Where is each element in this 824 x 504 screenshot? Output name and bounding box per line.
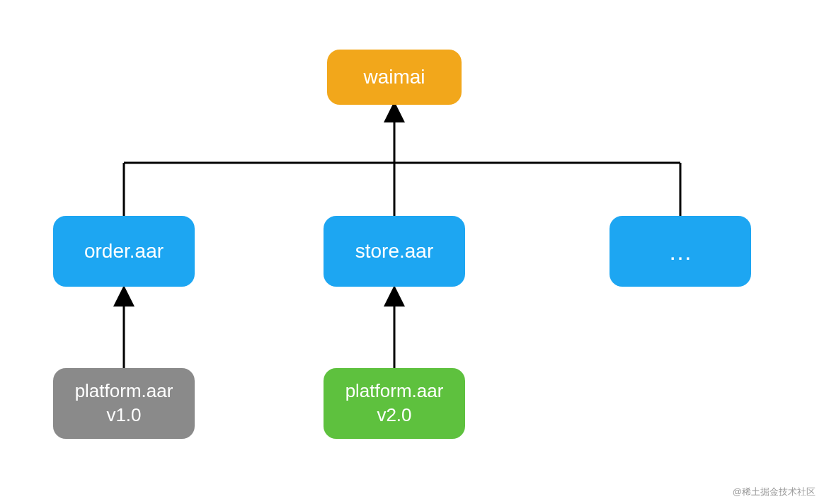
node-store-aar: store.aar (324, 216, 465, 287)
node-order-label: order.aar (84, 239, 164, 264)
node-platform-v2: platform.aar v2.0 (324, 368, 465, 439)
node-platform-v1-name: platform.aar (75, 379, 173, 403)
node-platform-v2-version: v2.0 (345, 403, 444, 428)
node-more: … (610, 216, 751, 287)
node-platform-v1: platform.aar v1.0 (53, 368, 195, 439)
node-platform-v1-version: v1.0 (75, 403, 173, 428)
node-store-label: store.aar (355, 239, 434, 264)
node-platform-v2-name: platform.aar (345, 379, 444, 403)
node-waimai: waimai (327, 50, 462, 105)
watermark-text: @稀土掘金技术社区 (733, 486, 816, 498)
node-more-label: … (668, 236, 692, 267)
node-waimai-label: waimai (363, 64, 425, 90)
node-order-aar: order.aar (53, 216, 195, 287)
